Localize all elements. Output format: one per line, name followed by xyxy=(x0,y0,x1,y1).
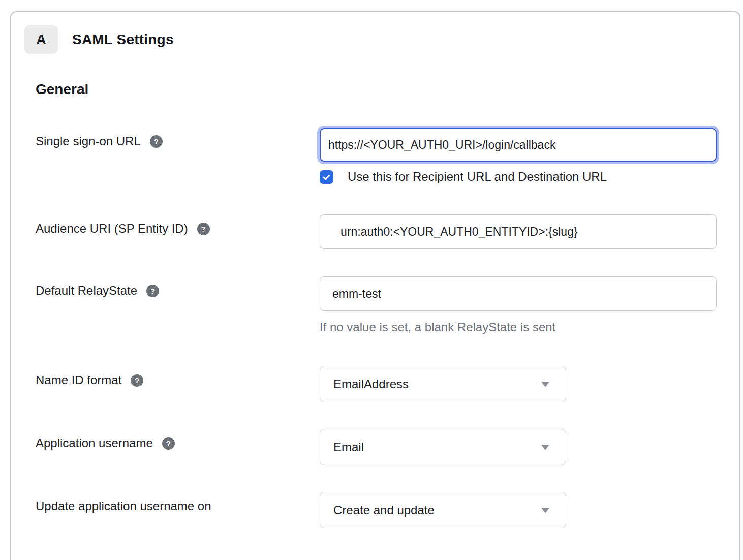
label-col: Name ID format ? xyxy=(36,366,320,387)
audience-uri-input[interactable] xyxy=(320,214,717,249)
field-col: Use this for Recipient URL and Destinati… xyxy=(320,127,717,184)
chevron-down-icon xyxy=(541,445,549,450)
name-id-format-label: Name ID format xyxy=(36,373,121,387)
checkmark-icon xyxy=(322,172,331,182)
update-application-username-label: Update application username on xyxy=(36,499,211,513)
update-application-username-dropdown[interactable]: Create and update xyxy=(320,492,566,528)
label-col: Update application username on xyxy=(36,492,320,513)
help-icon[interactable]: ? xyxy=(146,285,159,297)
application-username-label: Application username xyxy=(36,436,153,450)
audience-uri-label: Audience URI (SP Entity ID) xyxy=(36,222,188,236)
form-row-default-relaystate: Default RelayState ? If no value is set,… xyxy=(11,276,739,334)
help-icon[interactable]: ? xyxy=(162,437,175,450)
application-username-dropdown[interactable]: Email xyxy=(320,429,566,465)
panel-header: A SAML Settings xyxy=(24,25,739,54)
step-badge-label: A xyxy=(36,32,46,48)
single-sign-on-url-label: Single sign-on URL xyxy=(36,134,141,148)
saml-settings-panel: A SAML Settings General Single sign-on U… xyxy=(10,11,740,560)
help-icon[interactable]: ? xyxy=(197,223,210,235)
default-relaystate-label: Default RelayState xyxy=(36,284,137,298)
single-sign-on-url-input[interactable] xyxy=(320,128,717,162)
field-col: EmailAddress xyxy=(320,366,566,402)
name-id-format-dropdown[interactable]: EmailAddress xyxy=(320,366,566,402)
name-id-format-value: EmailAddress xyxy=(333,377,541,391)
chevron-down-icon xyxy=(541,382,549,387)
relaystate-helper-text: If no value is set, a blank RelayState i… xyxy=(320,320,717,334)
chevron-down-icon xyxy=(541,508,549,513)
form-row-application-username: Application username ? Email xyxy=(11,429,739,465)
field-col: If no value is set, a blank RelayState i… xyxy=(320,276,717,334)
label-col: Application username ? xyxy=(36,429,320,450)
field-col: Email xyxy=(320,429,566,465)
field-col xyxy=(320,214,717,249)
application-username-value: Email xyxy=(333,440,541,454)
step-badge: A xyxy=(24,25,58,54)
field-col: Create and update xyxy=(320,492,566,528)
help-icon[interactable]: ? xyxy=(131,374,143,387)
saml-settings-form: Single sign-on URL ? Use this for Recipi… xyxy=(11,127,739,528)
form-row-single-sign-on-url: Single sign-on URL ? Use this for Recipi… xyxy=(11,127,739,184)
form-row-name-id-format: Name ID format ? EmailAddress xyxy=(11,366,739,402)
label-col: Audience URI (SP Entity ID) ? xyxy=(36,214,320,236)
help-icon[interactable]: ? xyxy=(150,135,163,148)
section-heading-general: General xyxy=(36,81,739,98)
label-col: Default RelayState ? xyxy=(36,276,320,298)
recipient-url-checkbox[interactable] xyxy=(320,170,333,184)
recipient-url-checkbox-label: Use this for Recipient URL and Destinati… xyxy=(348,170,607,184)
page-title: SAML Settings xyxy=(72,32,174,48)
form-row-audience-uri: Audience URI (SP Entity ID) ? xyxy=(11,214,739,249)
label-col: Single sign-on URL ? xyxy=(36,127,320,148)
update-application-username-value: Create and update xyxy=(333,503,541,517)
default-relaystate-input[interactable] xyxy=(320,276,717,311)
recipient-url-checkbox-row: Use this for Recipient URL and Destinati… xyxy=(320,170,717,184)
form-row-update-application-username: Update application username on Create an… xyxy=(11,492,739,528)
